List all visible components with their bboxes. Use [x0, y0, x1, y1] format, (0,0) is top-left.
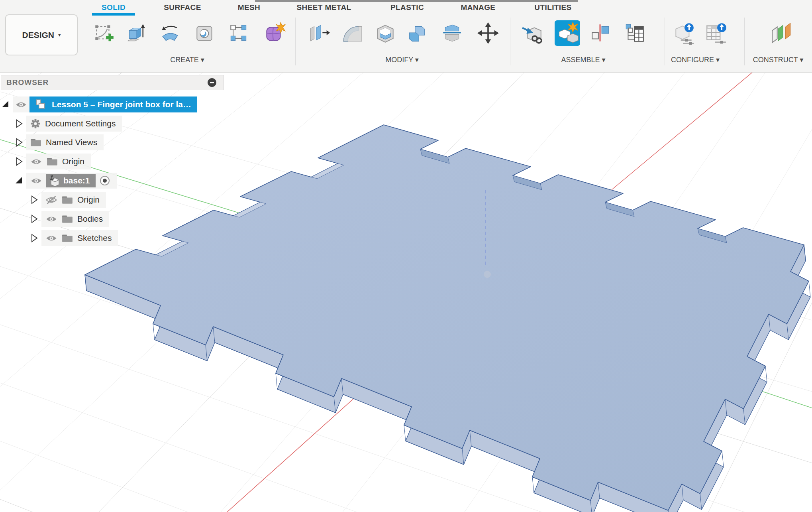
visibility-cell: [13, 96, 29, 112]
fusion-360-window: { "toolbar": { "design_menu": {"label": …: [0, 0, 812, 512]
configure-icon[interactable]: [673, 22, 696, 45]
construct-plane-icon[interactable]: [770, 22, 793, 45]
active-tab-underline: [92, 13, 135, 16]
group-separator: [744, 18, 745, 65]
tree-item-label[interactable]: Origin: [77, 195, 100, 205]
eye-off-icon[interactable]: [45, 196, 57, 204]
press-pull-icon[interactable]: [307, 22, 330, 45]
move-icon[interactable]: [477, 22, 500, 45]
tab-surface[interactable]: SURFACE: [164, 3, 201, 12]
joint-icon[interactable]: [589, 22, 612, 45]
collapsed-twist-icon[interactable]: [14, 138, 23, 147]
group-label-construct[interactable]: CONSTRUCT ▾: [753, 55, 804, 64]
collapsed-twist-icon[interactable]: [14, 119, 23, 128]
folder-icon: [62, 234, 73, 242]
tree-item[interactable]: Origin: [26, 154, 91, 169]
tree-item-label[interactable]: Origin: [62, 157, 84, 166]
component-cubes-icon: [35, 99, 46, 110]
tree-item-label[interactable]: Bodies: [77, 214, 103, 224]
fillet-icon[interactable]: [340, 22, 363, 45]
base-component-label: base:1: [63, 176, 90, 185]
browser-header: BROWSER: [1, 75, 224, 90]
tab-solid[interactable]: SOLID: [102, 3, 126, 12]
combine-icon[interactable]: [405, 22, 428, 45]
eye-icon[interactable]: [15, 100, 27, 109]
group-separator: [510, 18, 510, 65]
tree-item-label[interactable]: Sketches: [77, 233, 112, 243]
tree-item: base:1: [26, 173, 117, 189]
tree-item-label[interactable]: Named Views: [46, 138, 97, 147]
tree-item[interactable]: Bodies: [41, 211, 109, 227]
eye-icon[interactable]: [45, 234, 57, 242]
folder-icon: [62, 215, 73, 223]
bom-icon[interactable]: [623, 22, 646, 45]
folder-icon: [62, 195, 73, 204]
tab-sheet-metal[interactable]: SHEET METAL: [296, 3, 351, 12]
group-label-assemble[interactable]: ASSEMBLE ▾: [561, 55, 605, 64]
new-component-icon: [555, 20, 580, 46]
folder-icon: [30, 138, 41, 147]
split-body-icon[interactable]: [440, 22, 463, 45]
group-label-configure[interactable]: CONFIGURE ▾: [671, 55, 720, 64]
grounded-component-icon: [48, 175, 60, 187]
tab-manage[interactable]: MANAGE: [461, 3, 496, 12]
group-label-modify[interactable]: MODIFY ▾: [385, 55, 419, 64]
browser-title: BROWSER: [1, 78, 208, 87]
rectangular-pattern-icon[interactable]: [227, 22, 250, 45]
expanded-twist-icon[interactable]: [1, 100, 10, 109]
extrude-icon[interactable]: [123, 22, 146, 45]
expanded-twist-icon[interactable]: [14, 176, 23, 185]
create-form-icon[interactable]: [263, 22, 286, 45]
collapsed-twist-icon[interactable]: [29, 215, 38, 223]
selected-root-component[interactable]: Lesson 5 – Finger joint box for la…: [29, 96, 197, 112]
collapsed-twist-icon[interactable]: [29, 234, 38, 242]
revolve-icon[interactable]: [159, 22, 182, 45]
chevron-down-icon: ▾: [58, 32, 61, 38]
eye-icon[interactable]: [30, 158, 42, 166]
tree-row-named-views: Named Views: [14, 133, 104, 152]
tree-row-bodies: Bodies: [29, 210, 109, 228]
tree-row-sketches: Sketches: [29, 229, 118, 247]
toolbar: SOLID SURFACE MESH SHEET METAL PLASTIC M…: [0, 0, 812, 73]
group-label-create[interactable]: CREATE ▾: [170, 55, 204, 64]
group-separator: [665, 18, 665, 65]
insert-derive-icon[interactable]: [521, 22, 544, 45]
collapsed-twist-icon[interactable]: [29, 195, 38, 204]
tree-item[interactable]: Named Views: [26, 134, 104, 150]
window-edge-strip: [255, 0, 578, 2]
folder-icon: [47, 157, 58, 166]
tree-row-document-settings: Document Settings: [14, 114, 122, 133]
selected-base-component[interactable]: base:1: [46, 174, 96, 187]
tree-item[interactable]: Origin: [41, 192, 106, 208]
tab-mesh[interactable]: MESH: [238, 3, 261, 12]
new-component-button-active[interactable]: [555, 20, 580, 46]
activate-component-radio[interactable]: [99, 175, 110, 186]
root-component-label: Lesson 5 – Finger joint box for la…: [52, 100, 191, 109]
hole-icon[interactable]: [193, 22, 216, 45]
tree-item-label[interactable]: Document Settings: [45, 119, 116, 128]
tree-row-origin: Origin: [14, 152, 91, 171]
create-sketch-icon[interactable]: [92, 22, 116, 45]
tab-utilities[interactable]: UTILITIES: [534, 3, 571, 12]
tree-row-base-origin: Origin: [29, 191, 106, 209]
eye-icon[interactable]: [30, 177, 42, 185]
tree-row-root-component: Lesson 5 – Finger joint box for la…: [1, 95, 197, 114]
design-label: DESIGN: [22, 30, 54, 40]
collapse-browser-button[interactable]: [208, 78, 216, 87]
eye-icon[interactable]: [45, 215, 57, 223]
tree-item[interactable]: Document Settings: [26, 116, 122, 132]
design-workspace-dropdown[interactable]: DESIGN ▾: [5, 14, 78, 55]
tab-plastic[interactable]: PLASTIC: [390, 3, 424, 12]
tree-item[interactable]: Sketches: [41, 230, 118, 246]
shell-icon[interactable]: [374, 22, 397, 45]
collapsed-twist-icon[interactable]: [14, 157, 23, 166]
configuration-table-icon[interactable]: [704, 22, 728, 45]
group-separator: [295, 18, 296, 65]
tree-row-base-component: base:1: [14, 171, 117, 190]
gear-icon: [30, 118, 41, 129]
